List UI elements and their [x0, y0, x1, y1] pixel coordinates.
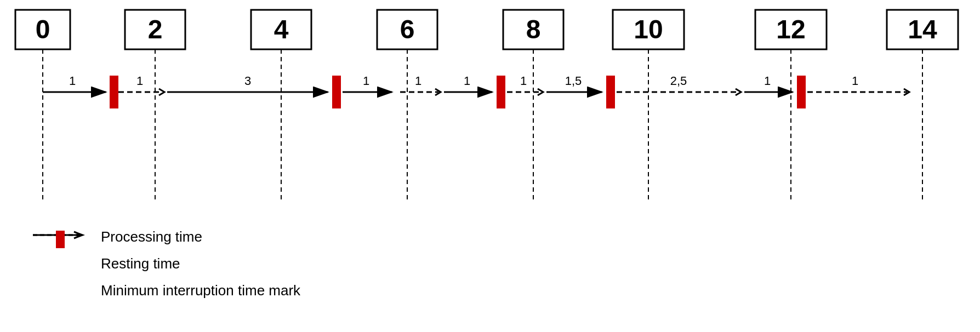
label-resting-1: 1 [136, 74, 143, 88]
interruption-mark-5 [797, 76, 806, 108]
interruption-icon-svg [33, 228, 980, 332]
time-label-14: 14 [908, 15, 937, 44]
interruption-mark-3 [497, 76, 505, 108]
label-resting-1c: 1 [520, 74, 527, 88]
time-label-10: 10 [634, 15, 663, 44]
time-label-4: 4 [274, 15, 289, 44]
label-1: 1 [69, 74, 76, 88]
legend-interruption: Minimum interruption time mark [33, 282, 300, 299]
resting-arrow-1 [159, 89, 164, 95]
time-label-6: 6 [400, 15, 415, 44]
time-label-0: 0 [36, 15, 50, 44]
interruption-mark-2 [332, 76, 341, 108]
label-15: 1,5 [565, 74, 582, 88]
time-label-2: 2 [148, 15, 163, 44]
label-3: 3 [244, 74, 251, 88]
interruption-mark-1 [110, 76, 118, 108]
label-1b: 1 [363, 74, 369, 88]
label-resting-25: 2,5 [670, 74, 687, 88]
svg-rect-5 [56, 231, 65, 248]
diagram-container: 0 2 4 6 8 10 12 14 [0, 0, 980, 332]
label-resting-1b: 1 [415, 74, 421, 88]
interruption-mark-4 [606, 76, 615, 108]
time-label-12: 12 [776, 15, 805, 44]
label-1c: 1 [464, 74, 470, 88]
legend: Processing time Resting time Minimum int… [33, 228, 300, 299]
label-1d: 1 [764, 74, 771, 88]
label-resting-1d: 1 [852, 74, 858, 88]
time-label-8: 8 [526, 15, 541, 44]
resting-arrow-25 [736, 89, 741, 95]
